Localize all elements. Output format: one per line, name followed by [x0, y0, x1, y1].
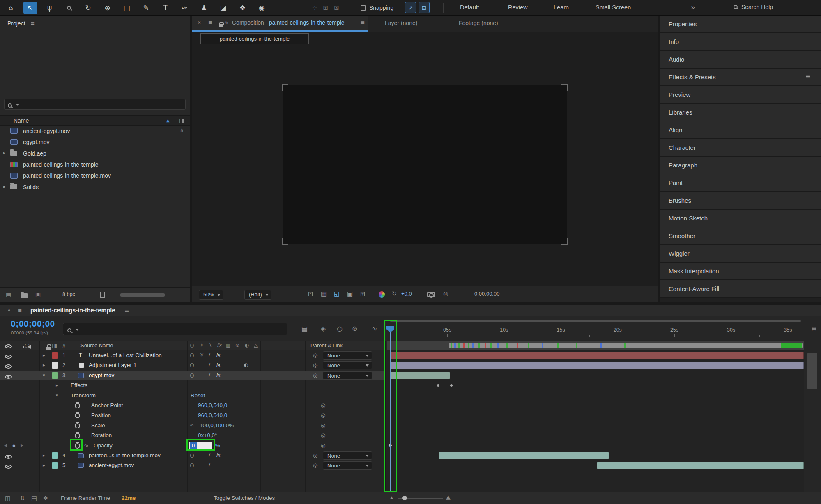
- property-value[interactable]: 0x+0,0°: [198, 432, 217, 438]
- exposure-value[interactable]: +0,0: [401, 291, 412, 297]
- project-item-solids[interactable]: ▸Solids: [0, 182, 190, 193]
- group-label[interactable]: Effects: [71, 382, 87, 388]
- expand-render-pane-icon[interactable]: ⇅: [20, 495, 25, 502]
- layer-twirl-icon[interactable]: ▸: [43, 362, 45, 368]
- timeline-settings-icon[interactable]: ▤: [31, 495, 37, 502]
- quality-switch-icon[interactable]: ∕: [209, 462, 210, 468]
- view-axis-icon[interactable]: ⊠: [334, 4, 339, 11]
- label-column-icon[interactable]: ◨: [52, 342, 57, 348]
- panel-brushes[interactable]: Brushes: [660, 192, 821, 210]
- quality-switch-icon[interactable]: ∕: [209, 352, 210, 358]
- layer-name[interactable]: painted...s-in-the-temple.mov: [89, 452, 161, 458]
- layer-visibility-eye-icon[interactable]: [5, 375, 12, 379]
- property-pickwhip-icon[interactable]: ◎: [321, 442, 325, 449]
- zoom-select[interactable]: 50%: [199, 290, 223, 300]
- shy-switch-icon[interactable]: ○: [190, 372, 194, 378]
- parent-link-dropdown[interactable]: None: [323, 451, 372, 460]
- toggle-switches-modes-button[interactable]: Toggle Switches / Modes: [214, 495, 275, 501]
- property-pickwhip-icon[interactable]: ◎: [321, 402, 325, 408]
- show-snapshot-icon[interactable]: ◎: [443, 290, 448, 297]
- zoom-in-mountain-icon[interactable]: ▲: [446, 494, 451, 500]
- close-icon[interactable]: ×: [198, 19, 201, 26]
- choose-grid-guides-icon[interactable]: ▦: [321, 290, 327, 298]
- workspace-tab-learn[interactable]: Learn: [554, 4, 569, 11]
- panel-wiggler[interactable]: Wiggler: [660, 245, 821, 263]
- layer-label-color[interactable]: [52, 352, 58, 359]
- color-management-icon[interactable]: [379, 291, 385, 298]
- layer-row-4[interactable]: ▸4painted...s-in-the-temple.mov○∕fx◎None: [0, 451, 821, 460]
- collapse-switch-icon[interactable]: ☼: [200, 352, 204, 358]
- tool-puppet-pin[interactable]: ◉: [255, 2, 269, 14]
- hide-shy-layers-icon[interactable]: ○: [337, 325, 343, 332]
- group-row-effects[interactable]: ▸Effects: [0, 380, 821, 390]
- parent-pickwhip-icon[interactable]: ◎: [313, 452, 317, 458]
- layer-name[interactable]: Adjustment Layer 1: [89, 362, 136, 368]
- comp-breadcrumb[interactable]: painted-ceilings-in-the-temple: [200, 33, 309, 44]
- comp-mini-flowchart-icon[interactable]: ▤: [301, 325, 308, 332]
- next-keyframe-arrow[interactable]: ▶: [21, 443, 23, 447]
- quality-switch-icon[interactable]: ∕: [209, 362, 210, 368]
- region-of-interest-icon[interactable]: ⊡: [308, 290, 313, 298]
- project-search-input[interactable]: [4, 99, 186, 110]
- panel-mask-interpolation[interactable]: Mask Interpolation: [660, 263, 821, 280]
- tool-mask-rectangle[interactable]: □: [120, 2, 133, 14]
- composition-frame[interactable]: [283, 85, 567, 244]
- select-view-layout-icon[interactable]: ⊞: [360, 290, 366, 298]
- layer-row-5[interactable]: ▸5ancient-egypt.mov○∕◎None: [0, 460, 821, 470]
- snap-along-edges-button[interactable]: ↗: [405, 2, 416, 13]
- number-column-header[interactable]: #: [62, 342, 66, 349]
- property-label[interactable]: Anchor Point: [91, 402, 123, 408]
- property-row-anchor-point[interactable]: Anchor Point960,0,540,0◎: [0, 401, 821, 410]
- workspace-tab-default[interactable]: Default: [460, 4, 479, 11]
- parent-link-dropdown[interactable]: None: [323, 461, 372, 470]
- property-pickwhip-icon[interactable]: ◎: [321, 432, 325, 438]
- panel-menu-icon[interactable]: ≡: [360, 19, 365, 25]
- layer-label-color[interactable]: [52, 372, 58, 379]
- property-pickwhip-icon[interactable]: ◎: [321, 412, 325, 418]
- tab-layer[interactable]: Layer (none): [385, 20, 417, 26]
- source-name-column-header[interactable]: Source Name: [80, 342, 113, 348]
- quality-switch-icon[interactable]: ∕: [209, 372, 210, 378]
- switch-header-icon[interactable]: ◬: [254, 342, 258, 348]
- tool-roto-brush[interactable]: ❖: [236, 2, 249, 14]
- parent-link-dropdown[interactable]: None: [323, 371, 372, 380]
- tab-composition[interactable]: × ▪ 6 Composition painted-ceilings-in-th…: [192, 16, 368, 32]
- tool-pen[interactable]: ✎: [139, 2, 153, 14]
- toggle-mask-path-visibility-icon[interactable]: ◱: [334, 290, 340, 298]
- panel-motion-sketch[interactable]: Motion Sketch: [660, 210, 821, 227]
- graph-overlay-icon[interactable]: ∿: [84, 442, 89, 449]
- stopwatch-icon[interactable]: [75, 423, 80, 428]
- switch-header-icon[interactable]: fx: [217, 342, 221, 348]
- panel-preview[interactable]: Preview: [660, 86, 821, 104]
- layer-visibility-eye-icon[interactable]: [5, 364, 12, 369]
- tool-eraser[interactable]: ◪: [216, 2, 230, 14]
- layer-twirl-icon[interactable]: ▸: [43, 463, 45, 468]
- shy-switch-icon[interactable]: ○: [190, 362, 194, 368]
- expand-in-out-pane-icon[interactable]: ◫: [5, 495, 11, 502]
- tool-type[interactable]: T: [159, 2, 172, 14]
- frame-blending-icon[interactable]: ⊘: [352, 325, 357, 332]
- lock-icon[interactable]: [219, 24, 223, 27]
- property-row-opacity[interactable]: ◀◆▶∿Opacity0%◎◆: [0, 441, 821, 451]
- layer-visibility-eye-icon[interactable]: [5, 465, 12, 469]
- project-item-egypt-mov[interactable]: egypt.mov: [0, 137, 190, 148]
- solo-column-icon[interactable]: ○: [25, 342, 30, 348]
- snapping-checkbox[interactable]: [361, 5, 366, 11]
- layer-name[interactable]: Unravel...of a Lost Civilization: [89, 352, 162, 358]
- panel-menu-icon[interactable]: ≡: [124, 307, 129, 313]
- layer-row-2[interactable]: ▸2Adjustment Layer 1○∕fx◐◎None: [0, 360, 821, 370]
- close-icon[interactable]: ×: [7, 307, 11, 313]
- property-row-rotation[interactable]: Rotation0x+0,0°◎: [0, 431, 821, 440]
- switch-header-icon[interactable]: ▥: [226, 342, 230, 348]
- keyframe-toggle-diamond[interactable]: ◆: [12, 443, 16, 448]
- tool-orbit[interactable]: ↻: [81, 2, 95, 14]
- group-label[interactable]: Transform: [71, 392, 96, 399]
- switch-header-icon[interactable]: ⊘: [235, 342, 239, 348]
- delete-icon[interactable]: [100, 292, 105, 298]
- horizontal-scrollbar[interactable]: [120, 293, 165, 297]
- vertical-scrollbar[interactable]: [804, 341, 821, 492]
- shy-switch-icon[interactable]: ○: [190, 452, 194, 458]
- snapshot-camera-icon[interactable]: [427, 292, 435, 297]
- shy-switch-icon[interactable]: ○: [190, 352, 194, 358]
- workspace-overflow-button[interactable]: »: [691, 3, 695, 11]
